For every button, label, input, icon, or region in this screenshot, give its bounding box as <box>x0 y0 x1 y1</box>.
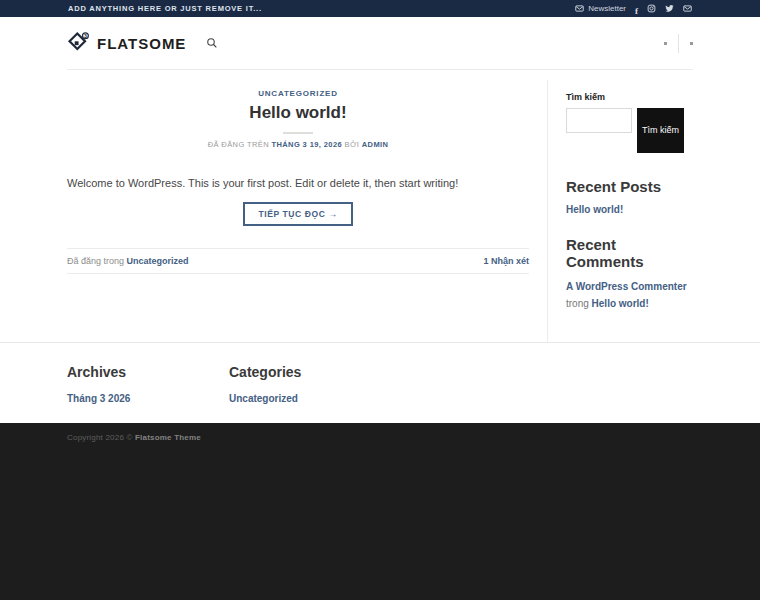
recent-posts-widget: Recent Posts Hello world! <box>566 178 693 217</box>
copyright: Copyright 2026 © Flatsome Theme <box>67 433 693 442</box>
post-excerpt: Welcome to WordPress. This is your first… <box>67 175 529 192</box>
copyright-prefix: Copyright 2026 © <box>67 433 135 442</box>
categories-link[interactable]: Uncategorized <box>229 393 298 404</box>
svg-text:3: 3 <box>84 33 87 39</box>
posted-in: Đã đăng trong Uncategorized <box>67 256 189 266</box>
post-date-link[interactable]: THÁNG 3 19, 2026 <box>271 140 342 149</box>
logo-text: FLATSOME <box>97 35 186 52</box>
post-title: Hello world! <box>67 103 529 123</box>
email-link[interactable] <box>683 4 692 13</box>
header-divider <box>678 34 679 53</box>
topbar: ADD ANYTHING HERE OR JUST REMOVE IT... N… <box>0 0 760 17</box>
facebook-link[interactable]: f <box>635 0 638 18</box>
topbar-right: Newsletter f <box>575 0 692 18</box>
title-divider <box>283 132 313 134</box>
newsletter-label: Newsletter <box>588 4 626 13</box>
recent-comments-title: Recent Comments <box>566 236 693 270</box>
read-more-button[interactable]: TIẾP TỤC ĐỌC → <box>243 202 352 226</box>
menu-dot-icon[interactable] <box>664 42 667 45</box>
sidebar: Tìm kiếm Tìm kiếm Recent Posts Hello wor… <box>547 80 693 342</box>
meta-prefix: ĐÃ ĐĂNG TRÊN <box>208 140 269 149</box>
search-widget-label: Tìm kiếm <box>566 92 693 102</box>
newsletter-link[interactable]: Newsletter <box>575 4 626 13</box>
recent-comment-item: A WordPress Commenter trong Hello world! <box>566 279 693 312</box>
archives-link[interactable]: Tháng 3 2026 <box>67 393 130 404</box>
envelope-icon <box>575 4 584 13</box>
search-icon[interactable] <box>206 37 218 49</box>
twitter-icon <box>665 4 674 13</box>
instagram-link[interactable] <box>647 4 656 13</box>
post-article: UNCATEGORIZED Hello world! ĐÃ ĐĂNG TRÊN … <box>67 80 547 342</box>
absolute-footer: Copyright 2026 © Flatsome Theme <box>0 423 760 600</box>
post-category-link[interactable]: UNCATEGORIZED <box>258 89 338 98</box>
menu-dot-icon[interactable] <box>690 42 693 45</box>
archives-title: Archives <box>67 364 229 380</box>
footer-widgets: Archives Tháng 3 2026 Categories Uncateg… <box>0 342 760 423</box>
post-meta: ĐÃ ĐĂNG TRÊN THÁNG 3 19, 2026 BỞI ADMIN <box>67 140 529 149</box>
comment-author-link[interactable]: A WordPress Commenter <box>566 281 687 292</box>
meta-by: BỞI <box>345 140 360 149</box>
categories-title: Categories <box>229 364 301 380</box>
comments-link[interactable]: 1 Nhận xét <box>483 256 529 266</box>
instagram-icon <box>647 4 656 13</box>
twitter-link[interactable] <box>665 4 674 13</box>
site-header: 3 FLATSOME <box>0 17 760 70</box>
recent-comments-widget: Recent Comments A WordPress Commenter tr… <box>566 236 693 312</box>
categories-widget: Categories Uncategorized <box>229 364 301 423</box>
sidebar-search-input[interactable] <box>566 108 632 133</box>
site-logo[interactable]: 3 FLATSOME <box>67 31 186 55</box>
post-footer-bar: Đã đăng trong Uncategorized 1 Nhận xét <box>67 248 529 274</box>
header-right-menu <box>664 34 693 53</box>
copyright-brand-link[interactable]: Flatsome Theme <box>135 433 201 442</box>
posted-in-prefix: Đã đăng trong <box>67 256 124 266</box>
topbar-message: ADD ANYTHING HERE OR JUST REMOVE IT... <box>68 4 262 13</box>
archives-widget: Archives Tháng 3 2026 <box>67 364 229 423</box>
sidebar-search-button[interactable]: Tìm kiếm <box>637 108 684 153</box>
post-author-link[interactable]: ADMIN <box>362 140 389 149</box>
posted-in-category-link[interactable]: Uncategorized <box>127 256 189 266</box>
comment-post-link[interactable]: Hello world! <box>592 298 649 309</box>
facebook-icon: f <box>635 6 638 16</box>
recent-post-link[interactable]: Hello world! <box>566 204 623 215</box>
comment-connector: trong <box>566 298 589 309</box>
search-widget: Tìm kiếm Tìm kiếm <box>566 92 693 153</box>
flatsome-logo-icon: 3 <box>67 31 91 55</box>
recent-posts-title: Recent Posts <box>566 178 693 195</box>
email-icon <box>683 4 692 13</box>
main-content: UNCATEGORIZED Hello world! ĐÃ ĐĂNG TRÊN … <box>0 70 760 342</box>
